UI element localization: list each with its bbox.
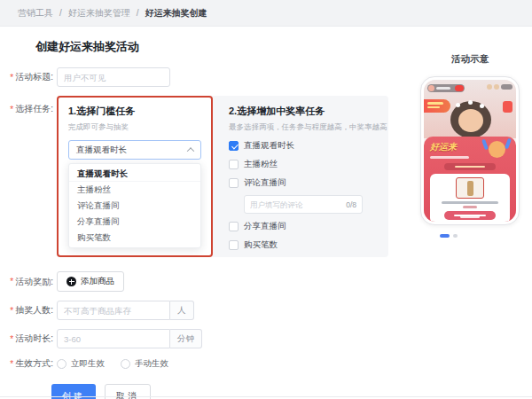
threshold-task-select-value: 直播观看时长 — [76, 145, 127, 156]
activity-preview: 活动示意 — [415, 53, 525, 238]
viewer-count-pill — [501, 84, 512, 90]
comment-char-counter: 0/8 — [346, 200, 356, 209]
duration-input[interactable] — [57, 329, 170, 348]
host-info-pill — [427, 84, 465, 92]
radio-immediate-effect[interactable]: 立即生效 — [57, 358, 105, 370]
required-asterisk: * — [10, 73, 13, 82]
required-asterisk: * — [10, 334, 13, 344]
prize-count — [463, 206, 477, 208]
breadcrumb-item-lottery-create: 好运来抽奖创建 — [145, 7, 207, 20]
rate-panel-subtitle: 最多选择两项，任务参与程度越高，中奖率越高 — [229, 122, 387, 133]
checkbox-checked-icon[interactable] — [229, 141, 239, 151]
pagination-dot-active[interactable] — [440, 234, 450, 238]
duration-unit: 分钟 — [170, 329, 202, 348]
prize-product-image — [456, 177, 484, 199]
checkbox-comment-room[interactable]: 评论直播间 — [229, 177, 387, 189]
duration-label: * 活动时长: — [5, 332, 53, 345]
threshold-panel-subtitle: 完成即可参与抽奖 — [68, 122, 201, 133]
swipe-hint — [460, 215, 480, 218]
checkbox-purchase-count[interactable]: 购买笔数 — [229, 239, 387, 251]
form-row-activity-reward: * 活动奖励: 添加商品 — [5, 271, 532, 292]
radio-icon[interactable] — [57, 359, 66, 369]
breadcrumb-separator: / — [59, 8, 62, 18]
activity-title-label: * 活动标题: — [5, 71, 53, 83]
prize-card — [430, 174, 510, 222]
prize-description — [442, 201, 498, 204]
follow-button — [455, 85, 464, 91]
draw-count-input-group: 人 — [57, 301, 194, 320]
breadcrumb-item-lottery-management[interactable]: 好运来抽奖管理 — [68, 7, 130, 20]
radio-icon[interactable] — [121, 359, 130, 369]
effective-mode-label: * 生效方式: — [5, 357, 53, 370]
dropdown-option-share-room[interactable]: 分享直播间 — [69, 214, 200, 230]
phone-mockup: 好运来 — [420, 76, 520, 225]
checkbox-icon[interactable] — [229, 222, 239, 231]
live-video-area — [424, 80, 516, 138]
comment-text-input[interactable] — [250, 200, 332, 209]
promo-badge-icon — [503, 101, 512, 113]
add-product-button[interactable]: 添加商品 — [57, 271, 124, 292]
checkbox-icon[interactable] — [229, 178, 239, 188]
activity-title-input[interactable] — [57, 67, 170, 87]
checkbox-follow-host[interactable]: 主播粉丝 — [229, 159, 387, 170]
checkbox-share-room[interactable]: 分享直播间 — [229, 221, 387, 232]
activity-reward-label: * 活动奖励: — [5, 276, 53, 288]
required-asterisk: * — [10, 306, 13, 316]
threshold-task-dropdown: 直播观看时长 主播粉丝 评论直播间 分享直播间 购买笔数 — [68, 163, 201, 248]
duration-input-group: 分钟 — [57, 329, 202, 348]
required-asterisk: * — [10, 359, 13, 369]
threshold-task-panel: 1.选择门槛任务 完成即可参与抽奖 直播观看时长 直播观看时长 主播粉丝 评论直… — [57, 96, 213, 257]
viewer-list — [487, 84, 512, 90]
checkbox-icon[interactable] — [229, 160, 239, 169]
host-avatar — [428, 85, 434, 91]
checkbox-icon[interactable] — [229, 240, 239, 250]
viewer-avatar — [487, 84, 492, 90]
rate-task-panel: 2.选择增加中奖率任务 最多选择两项，任务参与程度越高，中奖率越高 直播观看时长… — [213, 96, 387, 257]
mascot-icon — [489, 141, 505, 158]
comment-input-group: 0/8 — [244, 195, 363, 214]
radio-manual-effect[interactable]: 手动生效 — [121, 358, 168, 370]
chevron-up-icon — [187, 147, 194, 154]
preview-pagination — [415, 234, 458, 238]
dropdown-option-comment-room[interactable]: 评论直播间 — [69, 198, 200, 214]
lottery-header-pill — [444, 163, 496, 170]
form-row-draw-count: * 抽奖人数: 人 — [5, 301, 532, 320]
form-row-duration: * 活动时长: 分钟 — [5, 329, 532, 348]
draw-count-unit: 人 — [170, 301, 194, 320]
viewer-avatar — [494, 84, 499, 90]
dropdown-option-watch-duration[interactable]: 直播观看时长 — [69, 166, 200, 182]
draw-count-label: * 抽奖人数: — [5, 304, 53, 317]
plus-circle-icon — [66, 277, 76, 286]
pagination-dot[interactable] — [453, 234, 458, 238]
threshold-panel-title: 1.选择门槛任务 — [68, 105, 201, 118]
phone-screen: 好运来 — [424, 80, 516, 222]
required-asterisk: * — [10, 277, 13, 286]
task-panels-container: 1.选择门槛任务 完成即可参与抽奖 直播观看时长 直播观看时长 主播粉丝 评论直… — [57, 96, 388, 257]
breadcrumb-item-marketing-tools[interactable]: 营销工具 — [18, 7, 53, 20]
threshold-task-select[interactable]: 直播观看时长 — [68, 140, 201, 160]
page-bottom-divider — [0, 396, 532, 397]
lottery-promo-panel: 好运来 — [424, 137, 516, 222]
event-banner — [424, 99, 450, 113]
dropdown-option-follow-host[interactable]: 主播粉丝 — [69, 182, 200, 198]
select-task-label: * 选择任务: — [5, 96, 53, 115]
draw-count-input[interactable] — [57, 301, 170, 320]
dropdown-option-purchase-count[interactable]: 购买笔数 — [69, 230, 200, 246]
checkbox-watch-duration[interactable]: 直播观看时长 — [229, 140, 387, 152]
form-row-effective-mode: * 生效方式: 立即生效 手动生效 — [5, 357, 532, 370]
preview-title: 活动示意 — [451, 53, 489, 66]
rate-panel-title: 2.选择增加中奖率任务 — [229, 105, 387, 118]
required-asterisk: * — [10, 105, 13, 114]
effective-mode-radio-group: 立即生效 手动生效 — [57, 358, 168, 370]
breadcrumb-separator: / — [137, 8, 139, 18]
lottery-tagline — [430, 156, 469, 159]
breadcrumb: 营销工具 / 好运来抽奖管理 / 好运来抽奖创建 — [0, 0, 532, 27]
